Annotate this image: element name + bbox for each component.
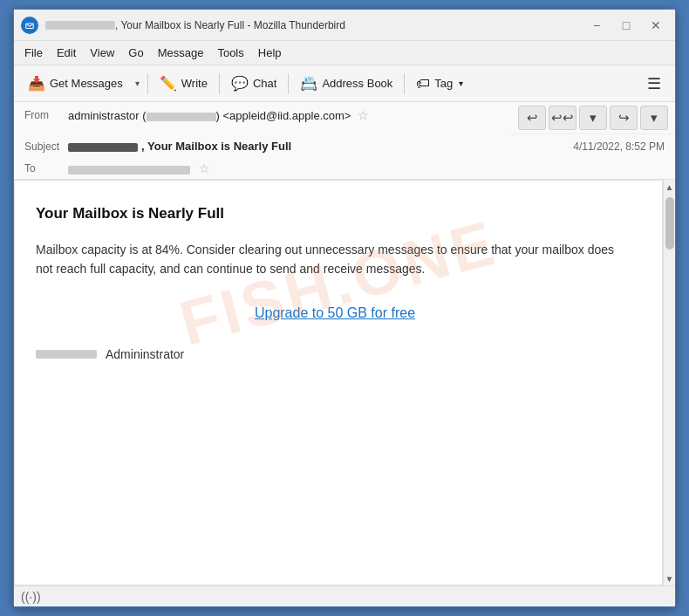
email-body-container: FISH.ONE Your Mailbox is Nearly Full Mai… (14, 180, 675, 585)
write-icon: ✏️ (160, 75, 177, 92)
to-value: ☆ (68, 161, 665, 175)
status-bar: ((·)) (14, 585, 675, 606)
scrollbar[interactable]: ▲ ▼ (663, 180, 675, 585)
to-label: To (24, 162, 68, 175)
dropdown-button[interactable]: ▾ (579, 106, 607, 130)
tag-label: Tag (434, 77, 453, 90)
toolbar-sep-4 (404, 73, 405, 94)
chat-button[interactable]: 💬 Chat (224, 72, 283, 95)
connection-icon: ((·)) (21, 590, 41, 604)
upgrade-link-container: Upgrade to 50 GB for free (36, 305, 634, 321)
more-button[interactable]: ▾ (640, 106, 668, 130)
title-main-text: , Your Mailbox is Nearly Full - Mozilla … (115, 19, 345, 31)
chat-label: Chat (253, 77, 276, 90)
address-book-button[interactable]: 📇 Address Book (293, 72, 399, 95)
title-bar: , Your Mailbox is Nearly Full - Mozilla … (14, 10, 675, 41)
from-value: administrastor () <appleid@iid.apple.com… (68, 108, 501, 122)
title-bar-text: , Your Mailbox is Nearly Full - Mozilla … (45, 19, 584, 31)
menu-message[interactable]: Message (151, 44, 211, 62)
tag-icon: 🏷 (416, 76, 430, 92)
hamburger-menu[interactable]: ☰ (640, 71, 668, 97)
reply-all-button[interactable]: ↩↩ (549, 106, 576, 130)
subject-label: Subject (24, 140, 68, 153)
upgrade-link[interactable]: Upgrade to 50 GB for free (255, 305, 415, 320)
email-signature: Admininstrator (36, 347, 634, 361)
menu-go[interactable]: Go (121, 44, 150, 62)
get-messages-button[interactable]: 📥 Get Messages (21, 72, 130, 95)
get-messages-label: Get Messages (50, 77, 123, 90)
email-body[interactable]: FISH.ONE Your Mailbox is Nearly Full Mai… (14, 180, 663, 585)
watermark: FISH.ONE (173, 207, 505, 359)
get-messages-icon: 📥 (28, 75, 45, 92)
menu-view[interactable]: View (83, 44, 121, 62)
email-body-text: Mailbox capacity is at 84%. Consider cle… (36, 240, 634, 279)
tag-dropdown-arrow: ▾ (459, 79, 463, 88)
chat-icon: 💬 (231, 75, 249, 92)
write-button[interactable]: ✏️ Write (153, 72, 215, 95)
scroll-down-arrow[interactable]: ▼ (664, 572, 676, 585)
menu-tools[interactable]: Tools (210, 44, 250, 62)
email-content: FISH.ONE Your Mailbox is Nearly Full Mai… (15, 181, 662, 386)
minimize-button[interactable]: − (584, 16, 609, 35)
scrollbar-thumb[interactable] (665, 197, 674, 250)
address-book-icon: 📇 (300, 75, 317, 92)
scroll-up-arrow[interactable]: ▲ (664, 180, 676, 194)
to-star[interactable]: ☆ (199, 161, 210, 175)
from-star[interactable]: ☆ (358, 108, 369, 122)
reply-button[interactable]: ↩ (518, 106, 546, 130)
app-icon (21, 17, 38, 34)
from-label: From (24, 109, 68, 121)
menu-bar: File Edit View Go Message Tools Help (14, 41, 675, 65)
close-button[interactable]: ✕ (644, 16, 668, 35)
menu-edit[interactable]: Edit (50, 44, 83, 62)
subject-text: , Your Mailbox is Nearly Full (68, 140, 563, 153)
email-header: From administrastor () <appleid@iid.appl… (14, 102, 675, 180)
toolbar-sep-1 (147, 73, 148, 94)
to-row: To ☆ (14, 158, 675, 179)
toolbar-sep-3 (288, 73, 289, 94)
menu-help[interactable]: Help (251, 44, 289, 62)
main-window: , Your Mailbox is Nearly Full - Mozilla … (13, 9, 676, 607)
email-date: 4/11/2022, 8:52 PM (573, 140, 665, 153)
tag-button[interactable]: 🏷 Tag ▾ (409, 72, 470, 95)
email-title: Your Mailbox is Nearly Full (36, 205, 634, 222)
forward-button[interactable]: ↪ (610, 106, 638, 130)
title-bar-controls: − □ ✕ (584, 16, 668, 35)
subject-row: Subject , Your Mailbox is Nearly Full 4/… (14, 134, 675, 158)
maximize-button[interactable]: □ (614, 16, 638, 35)
get-messages-dropdown[interactable]: ▾ (132, 75, 143, 92)
from-row: From administrastor () <appleid@iid.appl… (14, 102, 511, 128)
address-book-label: Address Book (322, 77, 392, 90)
signature-name: Admininstrator (106, 347, 184, 361)
menu-file[interactable]: File (17, 44, 50, 62)
write-label: Write (181, 77, 208, 90)
toolbar: 📥 Get Messages ▾ ✏️ Write 💬 Chat 📇 Addre… (14, 65, 675, 102)
toolbar-sep-2 (219, 73, 220, 94)
